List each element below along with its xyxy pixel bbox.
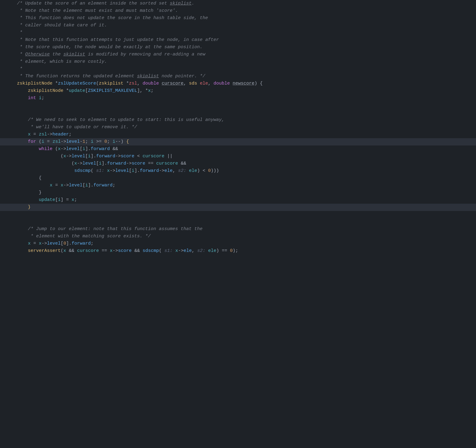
code-line: * [0,65,476,73]
line-text: * The function returns the updated eleme… [12,73,476,80]
code-line: * element, which is more costly. [0,58,476,65]
line-text: while (x->level[i].forward && [12,145,476,152]
code-line: * the score update, the node would be ex… [0,44,476,51]
code-line [0,218,476,226]
code-line: * Note that this function attempts to ju… [0,36,476,44]
line-text: for (i = zsl->level-1; i >= 0; i--) { [12,138,476,145]
code-line: { [0,175,476,182]
code-line: x = x->level[0].forward; [0,240,476,247]
line-text: * Otherwise the skiplist is modified by … [12,51,476,58]
code-line: x = x->level[i].forward; [0,182,476,189]
code-line: zskiplistNode *zslUpdateScore(zskiplist … [0,80,476,87]
line-text: zskiplistNode *zslUpdateScore(zskiplist … [12,80,476,87]
line-text: zskiplistNode *update[ZSKIPLIST_MAXLEVEL… [12,87,476,94]
code-line: for (i = zsl->level-1; i >= 0; i--) { [0,138,476,145]
line-text [12,102,476,109]
code-line: x = zsl->header; [0,131,476,138]
line-text: * element with the matching score exists… [12,233,476,240]
line-text: * the score update, the node would be ex… [12,44,476,51]
code-line: (x->level[i].forward->score < curscore |… [0,153,476,160]
line-text: int i; [12,95,476,102]
line-text: } [12,204,476,211]
line-text [12,218,476,225]
line-text: (x->level[i].forward->score < curscore |… [12,153,476,160]
line-text: /* We need to seek to element to update … [12,116,476,123]
code-line: * Note that the element must exist and m… [0,7,476,15]
code-line: /* Update the score of an element inside… [0,0,476,7]
line-text: { [12,175,476,182]
line-text [12,109,476,116]
code-line: * caller should take care of it. [0,22,476,29]
code-line [0,102,476,109]
line-text: /* Update the score of an element inside… [12,0,476,7]
code-line: int i; [0,95,476,102]
code-line: * The function returns the updated eleme… [0,73,476,80]
code-line: * [0,29,476,36]
code-line: } [0,189,476,196]
code-line: serverAssert(x && curscore == x->score &… [0,247,476,255]
line-text: * [12,65,476,72]
line-text: * [12,29,476,36]
line-text: x = x->level[i].forward; [12,182,476,189]
code-line: (x->level[i].forward->score == curscore … [0,160,476,167]
line-text: (x->level[i].forward->score == curscore … [12,160,476,167]
line-text: serverAssert(x && curscore == x->score &… [12,247,476,254]
code-line: * we'll have to update or remove it. */ [0,124,476,131]
line-text: * Note that the element must exist and m… [12,7,476,14]
line-text: * Note that this function attempts to ju… [12,36,476,43]
line-text: * caller should take care of it. [12,22,476,29]
code-line [0,211,476,218]
line-text: update[i] = x; [12,196,476,203]
code-line: while (x->level[i].forward && [0,145,476,153]
code-line [0,109,476,116]
line-text [12,211,476,218]
code-line: /* Jump to our element: note that this f… [0,226,476,233]
line-text: * we'll have to update or remove it. */ [12,124,476,131]
code-line: * Otherwise the skiplist is modified by … [0,51,476,58]
line-text: sdscmp( s1: x->level[i].forward->ele, s2… [12,167,476,174]
code-line: * element with the matching score exists… [0,233,476,240]
code-editor: /* Update the score of an element inside… [0,0,476,448]
line-text: /* Jump to our element: note that this f… [12,226,476,232]
line-text: } [12,189,476,196]
code-line: zskiplistNode *update[ZSKIPLIST_MAXLEVEL… [0,87,476,95]
line-text: * This function does not update the scor… [12,15,476,22]
line-text: * element, which is more costly. [12,58,476,65]
line-text: x = zsl->header; [12,131,476,138]
line-text: x = x->level[0].forward; [12,240,476,247]
code-line: * This function does not update the scor… [0,15,476,22]
code-line: /* We need to seek to element to update … [0,116,476,124]
code-line: sdscmp( s1: x->level[i].forward->ele, s2… [0,167,476,175]
code-line: update[i] = x; [0,196,476,204]
code-line: } [0,204,476,211]
